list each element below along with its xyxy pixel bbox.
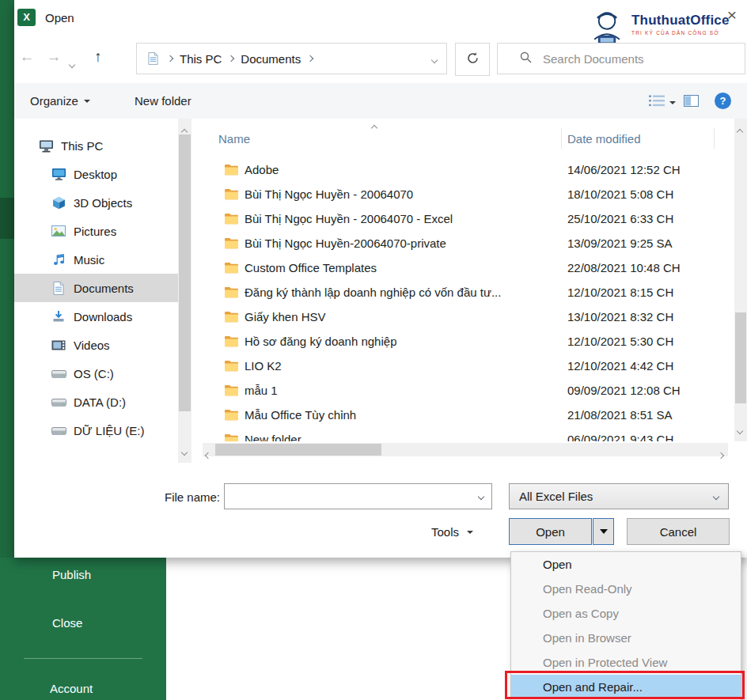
backstage-item-account[interactable]: Account: [50, 682, 93, 695]
sidebar-item-os-c[interactable]: OS (C:): [14, 359, 178, 388]
menu-item-label: Open in Browser: [543, 631, 631, 645]
search-box[interactable]: [497, 43, 745, 74]
file-row[interactable]: Bùi Thị Ngọc Huyền-20064070-private13/09…: [191, 232, 734, 256]
open-button[interactable]: Open: [509, 518, 592, 545]
file-row[interactable]: Adobe14/06/2021 12:52 CH: [191, 158, 734, 183]
file-name-combobox[interactable]: [224, 483, 492, 509]
breadcrumb-chevron-icon[interactable]: [307, 55, 313, 62]
refresh-icon: [466, 51, 480, 68]
file-date: 18/10/2021 5:08 CH: [567, 187, 673, 201]
folder-icon: [223, 163, 239, 176]
scrollbar-thumb[interactable]: [215, 444, 381, 456]
menu-item-open-as-copy[interactable]: Open as Copy: [511, 601, 741, 626]
sidebar-item-downloads[interactable]: Downloads: [14, 302, 178, 331]
back-icon[interactable]: ←: [17, 48, 36, 66]
change-view-button[interactable]: [649, 95, 676, 110]
new-folder-button[interactable]: New folder: [135, 83, 191, 119]
open-button-label: Open: [536, 525, 565, 539]
file-type-dropdown[interactable]: All Excel Files: [509, 483, 729, 509]
file-name: Giấy khen HSV: [245, 310, 326, 324]
column-header-date-modified[interactable]: Date modified: [567, 132, 641, 146]
sort-ascending-icon: [372, 119, 377, 134]
downloads-icon: [51, 310, 66, 323]
sidebar-item-music[interactable]: Music: [14, 245, 178, 274]
file-row[interactable]: New folder06/09/2021 9:43 CH: [191, 428, 734, 441]
file-row[interactable]: Bùi Thị Ngọc Huyền - 20064070 - Excel25/…: [191, 207, 734, 232]
backstage-item-publish[interactable]: Publish: [52, 568, 91, 581]
sidebar-item-data-d[interactable]: DATA (D:): [14, 388, 178, 416]
file-date: 12/10/2021 5:30 CH: [567, 335, 673, 348]
help-button[interactable]: ?: [715, 93, 731, 109]
address-dropdown-chevron-icon[interactable]: [432, 51, 437, 66]
file-row[interactable]: Hồ sơ đăng ký doanh nghiệp12/10/2021 5:3…: [191, 330, 734, 354]
organize-button[interactable]: Organize: [30, 83, 90, 119]
screen: Publish Close Account X Open × ThuthuatO…: [0, 0, 747, 700]
sidebar-item-pictures[interactable]: Pictures: [14, 217, 178, 245]
file-name: mẫu 1: [245, 384, 278, 397]
forward-icon[interactable]: →: [44, 48, 63, 66]
menu-item-open-read-only[interactable]: Open Read-Only: [511, 577, 741, 601]
cancel-button[interactable]: Cancel: [627, 518, 730, 545]
open-dialog: X Open × ThuthuatOffice TRI KỶ CỦA DÂN C…: [14, 0, 747, 558]
videos-icon: [51, 340, 66, 350]
backstage-active-tab-marker: [0, 198, 14, 239]
file-name-input[interactable]: [225, 490, 471, 503]
scroll-up-icon[interactable]: [738, 123, 742, 138]
scrollbar-thumb[interactable]: [735, 312, 746, 403]
sidebar-item-this-pc[interactable]: This PC: [14, 131, 178, 160]
sidebar-item-videos[interactable]: Videos: [14, 331, 178, 359]
file-name: LIO K2: [245, 359, 282, 373]
details-view-icon: [649, 95, 665, 110]
file-row[interactable]: mẫu 109/09/2021 12:08 CH: [191, 379, 734, 403]
scrollbar-thumb[interactable]: [179, 134, 191, 411]
file-date: 13/09/2021 9:25 SA: [567, 236, 673, 250]
vertical-scrollbar[interactable]: [734, 119, 747, 441]
refresh-button[interactable]: [455, 43, 490, 76]
file-date: 14/06/2021 12:52 CH: [567, 163, 681, 176]
file-row[interactable]: Custom Office Templates22/08/2021 10:48 …: [191, 256, 734, 281]
search-input[interactable]: [541, 51, 740, 66]
file-name: Bùi Thị Ngọc Huyền-20064070-private: [245, 236, 446, 250]
folder-icon: [223, 335, 239, 347]
chevron-down-icon[interactable]: [471, 494, 491, 499]
scroll-down-icon[interactable]: [182, 444, 187, 458]
scroll-left-icon[interactable]: [206, 447, 210, 461]
file-row[interactable]: LIO K212/10/2021 4:42 CH: [191, 354, 734, 379]
file-row[interactable]: Bùi Thị Ngọc Huyền - 2006407018/10/2021 …: [191, 183, 734, 207]
recent-locations-chevron-icon[interactable]: [70, 56, 74, 70]
menu-item-open[interactable]: Open: [511, 552, 741, 577]
up-icon[interactable]: ↑: [89, 48, 108, 66]
scroll-right-icon[interactable]: [719, 447, 723, 461]
backstage-left-strip: [0, 0, 14, 558]
breadcrumb-item-documents[interactable]: Documents: [241, 52, 301, 66]
breadcrumb-chevron-icon: [167, 55, 173, 62]
file-row[interactable]: Giấy khen HSV13/10/2021 8:32 CH: [191, 305, 734, 330]
sidebar-item-3d-objects[interactable]: 3D Objects: [14, 188, 178, 217]
file-name: Bùi Thị Ngọc Huyền - 20064070: [245, 187, 413, 201]
tools-button[interactable]: Tools: [431, 519, 473, 545]
sidebar-item-desktop[interactable]: Desktop: [14, 160, 178, 188]
chevron-down-icon: [669, 101, 676, 104]
command-toolbar: Organize New folder ?: [14, 83, 747, 119]
logo-tagline: TRI KỶ CỦA DÂN CÔNG SỞ: [631, 30, 730, 36]
breadcrumb-item-this-pc[interactable]: This PC: [180, 52, 222, 66]
breadcrumb-chevron-icon[interactable]: [228, 55, 234, 62]
chevron-down-icon: [600, 529, 608, 534]
horizontal-scrollbar[interactable]: [203, 443, 728, 456]
open-split-arrow-button[interactable]: [593, 518, 614, 545]
3d-objects-icon: [51, 196, 66, 210]
sidebar-item-d-li-u-e[interactable]: DỮ LIỆU (E:): [14, 416, 178, 445]
file-row[interactable]: Mẫu Office Tùy chỉnh21/08/2021 8:51 SA: [191, 403, 734, 428]
logo-text: ThuthuatOffice TRI KỶ CỦA DÂN CÔNG SỞ: [631, 13, 730, 36]
column-header-name[interactable]: Name: [218, 132, 250, 146]
cancel-button-label: Cancel: [660, 525, 697, 539]
file-name: Custom Office Templates: [245, 261, 377, 274]
menu-item-open-in-browser[interactable]: Open in Browser: [511, 626, 741, 650]
breadcrumb[interactable]: This PC Documents: [136, 43, 447, 74]
sidebar-item-documents[interactable]: Documents: [14, 274, 178, 302]
preview-pane-button[interactable]: [684, 95, 699, 110]
scroll-down-icon[interactable]: [738, 422, 742, 437]
sidebar-scrollbar[interactable]: [178, 119, 191, 463]
file-row[interactable]: Đăng ký thành lập doanh nghiệp có vốn đầ…: [191, 281, 734, 305]
backstage-item-close[interactable]: Close: [52, 616, 82, 630]
